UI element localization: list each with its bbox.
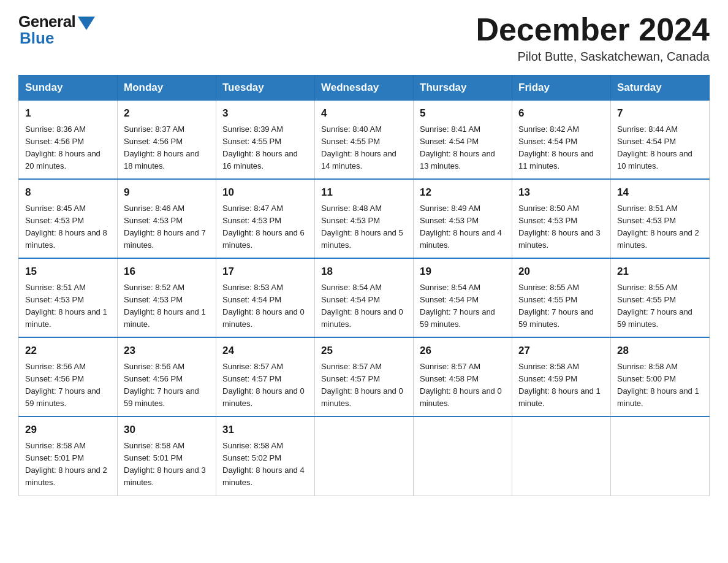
day-info: Sunrise: 8:45 AMSunset: 4:53 PMDaylight:… xyxy=(25,202,111,252)
table-row: 17Sunrise: 8:53 AMSunset: 4:54 PMDayligh… xyxy=(216,258,315,337)
table-row: 2Sunrise: 8:37 AMSunset: 4:56 PMDaylight… xyxy=(118,101,216,180)
table-row: 6Sunrise: 8:42 AMSunset: 4:54 PMDaylight… xyxy=(512,101,611,180)
day-number: 26 xyxy=(420,343,506,359)
day-info: Sunrise: 8:58 AMSunset: 5:01 PMDaylight:… xyxy=(124,440,210,489)
table-row: 11Sunrise: 8:48 AMSunset: 4:53 PMDayligh… xyxy=(315,179,414,258)
table-row xyxy=(512,416,611,496)
location-subtitle: Pilot Butte, Saskatchewan, Canada xyxy=(476,50,710,64)
day-info: Sunrise: 8:48 AMSunset: 4:53 PMDaylight:… xyxy=(321,202,407,252)
col-thursday: Thursday xyxy=(414,75,512,101)
col-wednesday: Wednesday xyxy=(315,75,414,101)
day-info: Sunrise: 8:55 AMSunset: 4:55 PMDaylight:… xyxy=(617,282,703,331)
table-row: 26Sunrise: 8:57 AMSunset: 4:58 PMDayligh… xyxy=(414,337,512,416)
day-info: Sunrise: 8:50 AMSunset: 4:53 PMDaylight:… xyxy=(518,202,604,252)
table-row: 3Sunrise: 8:39 AMSunset: 4:55 PMDaylight… xyxy=(216,101,315,180)
table-row: 5Sunrise: 8:41 AMSunset: 4:54 PMDaylight… xyxy=(414,101,512,180)
day-number: 30 xyxy=(124,422,210,438)
day-info: Sunrise: 8:58 AMSunset: 4:59 PMDaylight:… xyxy=(518,361,604,410)
calendar-table: Sunday Monday Tuesday Wednesday Thursday… xyxy=(18,75,710,496)
day-number: 28 xyxy=(617,343,703,359)
day-number: 16 xyxy=(124,264,210,280)
day-number: 31 xyxy=(222,422,308,438)
table-row: 30Sunrise: 8:58 AMSunset: 5:01 PMDayligh… xyxy=(118,416,216,496)
day-info: Sunrise: 8:42 AMSunset: 4:54 PMDaylight:… xyxy=(518,123,604,173)
day-info: Sunrise: 8:52 AMSunset: 4:53 PMDaylight:… xyxy=(124,282,210,331)
day-number: 10 xyxy=(222,185,308,201)
day-info: Sunrise: 8:58 AMSunset: 5:00 PMDaylight:… xyxy=(617,361,703,410)
table-row xyxy=(315,416,414,496)
day-number: 15 xyxy=(25,264,111,280)
table-row: 9Sunrise: 8:46 AMSunset: 4:53 PMDaylight… xyxy=(118,179,216,258)
table-row xyxy=(611,416,710,496)
day-number: 7 xyxy=(617,105,703,121)
table-row: 24Sunrise: 8:57 AMSunset: 4:57 PMDayligh… xyxy=(216,337,315,416)
day-info: Sunrise: 8:56 AMSunset: 4:56 PMDaylight:… xyxy=(25,361,111,410)
table-row: 23Sunrise: 8:56 AMSunset: 4:56 PMDayligh… xyxy=(118,337,216,416)
table-row: 15Sunrise: 8:51 AMSunset: 4:53 PMDayligh… xyxy=(19,258,118,337)
day-number: 11 xyxy=(321,185,407,201)
day-info: Sunrise: 8:58 AMSunset: 5:02 PMDaylight:… xyxy=(222,440,308,489)
day-number: 12 xyxy=(420,185,506,201)
day-number: 25 xyxy=(321,343,407,359)
day-number: 22 xyxy=(25,343,111,359)
day-info: Sunrise: 8:56 AMSunset: 4:56 PMDaylight:… xyxy=(124,361,210,410)
day-number: 21 xyxy=(617,264,703,280)
table-row: 12Sunrise: 8:49 AMSunset: 4:53 PMDayligh… xyxy=(414,179,512,258)
day-number: 18 xyxy=(321,264,407,280)
day-info: Sunrise: 8:57 AMSunset: 4:57 PMDaylight:… xyxy=(222,361,308,410)
day-number: 29 xyxy=(25,422,111,438)
table-row: 21Sunrise: 8:55 AMSunset: 4:55 PMDayligh… xyxy=(611,258,710,337)
col-friday: Friday xyxy=(512,75,611,101)
table-row: 8Sunrise: 8:45 AMSunset: 4:53 PMDaylight… xyxy=(19,179,118,258)
day-info: Sunrise: 8:40 AMSunset: 4:55 PMDaylight:… xyxy=(321,123,407,173)
day-number: 27 xyxy=(518,343,604,359)
title-section: December 2024 Pilot Butte, Saskatchewan,… xyxy=(476,12,710,64)
table-row: 25Sunrise: 8:57 AMSunset: 4:57 PMDayligh… xyxy=(315,337,414,416)
col-monday: Monday xyxy=(118,75,216,101)
calendar-week-row: 15Sunrise: 8:51 AMSunset: 4:53 PMDayligh… xyxy=(19,258,710,337)
day-info: Sunrise: 8:44 AMSunset: 4:54 PMDaylight:… xyxy=(617,123,703,173)
table-row: 10Sunrise: 8:47 AMSunset: 4:53 PMDayligh… xyxy=(216,179,315,258)
day-number: 2 xyxy=(124,105,210,121)
day-number: 5 xyxy=(420,105,506,121)
day-info: Sunrise: 8:54 AMSunset: 4:54 PMDaylight:… xyxy=(420,282,506,331)
table-row: 22Sunrise: 8:56 AMSunset: 4:56 PMDayligh… xyxy=(19,337,118,416)
table-row: 4Sunrise: 8:40 AMSunset: 4:55 PMDaylight… xyxy=(315,101,414,180)
day-info: Sunrise: 8:36 AMSunset: 4:56 PMDaylight:… xyxy=(25,123,111,173)
calendar-week-row: 8Sunrise: 8:45 AMSunset: 4:53 PMDaylight… xyxy=(19,179,710,258)
day-info: Sunrise: 8:57 AMSunset: 4:57 PMDaylight:… xyxy=(321,361,407,410)
day-info: Sunrise: 8:41 AMSunset: 4:54 PMDaylight:… xyxy=(420,123,506,173)
table-row: 29Sunrise: 8:58 AMSunset: 5:01 PMDayligh… xyxy=(19,416,118,496)
logo-blue-text: Blue xyxy=(18,29,54,48)
day-number: 20 xyxy=(518,264,604,280)
table-row: 13Sunrise: 8:50 AMSunset: 4:53 PMDayligh… xyxy=(512,179,611,258)
day-info: Sunrise: 8:51 AMSunset: 4:53 PMDaylight:… xyxy=(25,282,111,331)
table-row: 16Sunrise: 8:52 AMSunset: 4:53 PMDayligh… xyxy=(118,258,216,337)
col-saturday: Saturday xyxy=(611,75,710,101)
day-number: 13 xyxy=(518,185,604,201)
calendar-week-row: 22Sunrise: 8:56 AMSunset: 4:56 PMDayligh… xyxy=(19,337,710,416)
day-info: Sunrise: 8:37 AMSunset: 4:56 PMDaylight:… xyxy=(124,123,210,173)
table-row: 20Sunrise: 8:55 AMSunset: 4:55 PMDayligh… xyxy=(512,258,611,337)
table-row: 14Sunrise: 8:51 AMSunset: 4:53 PMDayligh… xyxy=(611,179,710,258)
day-info: Sunrise: 8:57 AMSunset: 4:58 PMDaylight:… xyxy=(420,361,506,410)
day-info: Sunrise: 8:54 AMSunset: 4:54 PMDaylight:… xyxy=(321,282,407,331)
page-header: General Blue December 2024 Pilot Butte, … xyxy=(18,12,710,64)
day-number: 6 xyxy=(518,105,604,121)
day-info: Sunrise: 8:39 AMSunset: 4:55 PMDaylight:… xyxy=(222,123,308,173)
day-number: 3 xyxy=(222,105,308,121)
day-info: Sunrise: 8:58 AMSunset: 5:01 PMDaylight:… xyxy=(25,440,111,489)
month-year-title: December 2024 xyxy=(476,12,710,47)
table-row: 31Sunrise: 8:58 AMSunset: 5:02 PMDayligh… xyxy=(216,416,315,496)
day-number: 17 xyxy=(222,264,308,280)
logo-arrow-icon xyxy=(78,17,95,30)
day-info: Sunrise: 8:53 AMSunset: 4:54 PMDaylight:… xyxy=(222,282,308,331)
day-number: 1 xyxy=(25,105,111,121)
day-info: Sunrise: 8:55 AMSunset: 4:55 PMDaylight:… xyxy=(518,282,604,331)
day-number: 19 xyxy=(420,264,506,280)
day-info: Sunrise: 8:49 AMSunset: 4:53 PMDaylight:… xyxy=(420,202,506,252)
col-tuesday: Tuesday xyxy=(216,75,315,101)
table-row: 18Sunrise: 8:54 AMSunset: 4:54 PMDayligh… xyxy=(315,258,414,337)
table-row: 1Sunrise: 8:36 AMSunset: 4:56 PMDaylight… xyxy=(19,101,118,180)
day-info: Sunrise: 8:51 AMSunset: 4:53 PMDaylight:… xyxy=(617,202,703,252)
